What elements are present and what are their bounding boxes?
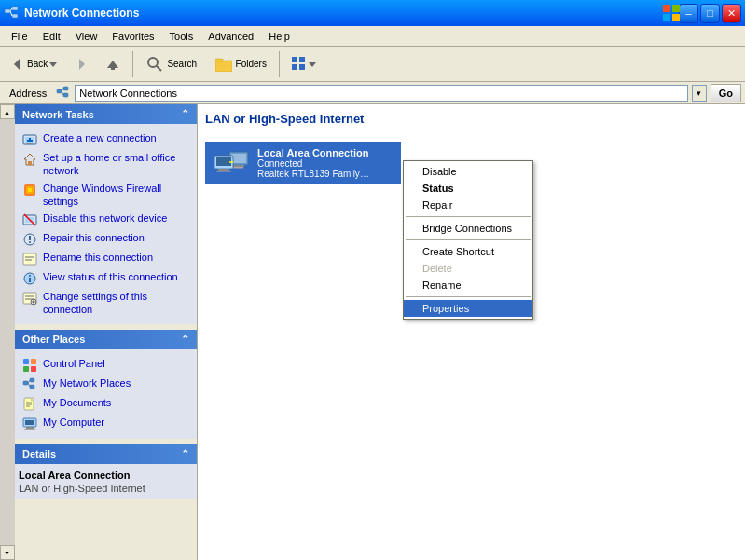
ctx-status[interactable]: Status (404, 180, 532, 197)
task-change-settings-label: Change settings of this connection (43, 290, 189, 317)
svg-rect-19 (299, 57, 305, 62)
address-label: Address (4, 88, 52, 99)
title-bar: Network Connections – □ ✕ (0, 0, 745, 26)
task-create-connection-label: Create a new connection (43, 131, 189, 144)
ctx-disable[interactable]: Disable (404, 163, 532, 180)
ctx-properties[interactable]: Properties (404, 300, 532, 317)
ctx-rename[interactable]: Rename (404, 277, 532, 294)
main-area: Network Tasks ⌃ Create a new connection (0, 104, 745, 560)
svg-rect-20 (292, 64, 297, 70)
task-change-settings[interactable]: Change settings of this connection (19, 288, 193, 319)
firewall-icon (22, 183, 37, 198)
task-my-documents[interactable]: My Documents (19, 394, 193, 414)
svg-rect-48 (29, 278, 31, 282)
svg-rect-61 (30, 378, 34, 382)
connection-item[interactable]: Local Area Connection Connected Realtek … (205, 142, 401, 184)
menu-file[interactable]: File (4, 29, 35, 44)
task-rename[interactable]: Rename this connection (19, 249, 193, 268)
search-icon (146, 56, 163, 73)
svg-point-43 (29, 241, 31, 243)
task-repair-label: Repair this connection (43, 231, 189, 244)
svg-rect-37 (28, 188, 32, 192)
toolbar: Back Search Folders (0, 47, 745, 82)
svg-rect-13 (111, 66, 115, 70)
ctx-repair[interactable]: Repair (404, 197, 532, 213)
svg-rect-44 (23, 253, 36, 265)
details-section: Details ⌃ Local Area Connection LAN or H… (15, 444, 197, 499)
network-tasks-label: Network Tasks (22, 109, 94, 120)
views-button[interactable] (285, 49, 323, 79)
svg-line-63 (28, 380, 30, 383)
up-button[interactable] (99, 49, 127, 79)
ctx-delete: Delete (404, 260, 532, 277)
change-settings-icon (22, 291, 37, 306)
other-places-label: Other Places (22, 334, 85, 345)
svg-rect-21 (299, 64, 305, 70)
address-dropdown[interactable]: ▾ (692, 85, 707, 102)
svg-rect-7 (663, 14, 670, 21)
task-disable-device[interactable]: Disable this network device (19, 210, 193, 229)
details-label: Details (22, 448, 56, 459)
other-places-collapse-icon: ⌃ (181, 334, 189, 346)
address-value: Network Connections (79, 88, 177, 99)
minimize-button[interactable]: – (679, 4, 698, 23)
menu-edit[interactable]: Edit (35, 29, 68, 44)
task-control-panel[interactable]: Control Panel (19, 355, 193, 375)
network-tasks-collapse-icon: ⌃ (181, 108, 189, 120)
go-button[interactable]: Go (711, 84, 741, 102)
folders-button[interactable]: Folders (208, 49, 273, 79)
scroll-up-button[interactable] (0, 104, 15, 119)
svg-marker-11 (79, 59, 85, 70)
other-places-header[interactable]: Other Places ⌃ (15, 330, 197, 349)
create-connection-icon (22, 132, 37, 147)
repair-icon (22, 232, 37, 247)
menu-advanced[interactable]: Advanced (200, 29, 261, 44)
svg-rect-8 (672, 14, 680, 21)
task-home-network[interactable]: Set up a home or small office network (19, 149, 193, 180)
folders-icon (215, 57, 232, 72)
context-menu: Disable Status Repair Bridge Connections… (403, 160, 533, 320)
svg-line-3 (10, 8, 12, 11)
task-firewall[interactable]: Change Windows Firewall settings (19, 180, 193, 211)
menu-tools[interactable]: Tools (162, 29, 201, 44)
search-button[interactable]: Search (139, 49, 204, 79)
svg-rect-71 (25, 420, 34, 425)
task-view-status[interactable]: View status of this connection (19, 268, 193, 288)
task-create-connection[interactable]: Create a new connection (19, 130, 193, 149)
svg-rect-24 (63, 87, 68, 90)
connection-adapter: Realtek RTL8139 Family PCI E (257, 169, 369, 179)
ctx-shortcut[interactable]: Create Shortcut (404, 243, 532, 260)
connection-status: Connected (257, 158, 369, 169)
svg-rect-76 (233, 165, 244, 167)
task-repair[interactable]: Repair this connection (19, 229, 193, 249)
svg-line-15 (157, 66, 161, 71)
svg-rect-34 (28, 161, 32, 165)
connection-info: Local Area Connection Connected Realtek … (257, 147, 369, 179)
maximize-button[interactable]: □ (700, 4, 720, 23)
scroll-down-button[interactable] (0, 545, 15, 560)
details-content: Local Area Connection LAN or High-Speed … (15, 464, 197, 499)
task-my-network-places[interactable]: My Network Places (19, 375, 193, 394)
back-button[interactable]: Back (4, 49, 63, 79)
forward-button[interactable] (67, 49, 95, 79)
detail-title: Local Area Connection (19, 470, 193, 481)
svg-rect-81 (216, 171, 231, 172)
left-scrollbar (0, 104, 15, 560)
details-header[interactable]: Details ⌃ (15, 444, 197, 464)
close-button[interactable]: ✕ (722, 4, 741, 23)
other-places-section: Other Places ⌃ Control Panel (15, 330, 197, 439)
address-field[interactable]: Network Connections (75, 85, 687, 102)
back-icon (10, 57, 25, 72)
task-my-computer-label: My Computer (43, 416, 189, 429)
task-my-computer[interactable]: My Computer (19, 414, 193, 433)
svg-rect-56 (23, 359, 29, 364)
svg-line-4 (10, 11, 12, 16)
menu-help[interactable]: Help (261, 29, 297, 44)
view-status-icon (22, 271, 37, 286)
network-tasks-header[interactable]: Network Tasks ⌃ (15, 104, 197, 124)
menu-view[interactable]: View (68, 29, 105, 44)
menu-favorites[interactable]: Favorites (104, 29, 161, 44)
right-panel: LAN or High-Speed Internet Local Area Co… (198, 104, 745, 560)
ctx-bridge[interactable]: Bridge Connections (404, 220, 532, 237)
ctx-separator-2 (406, 239, 531, 240)
